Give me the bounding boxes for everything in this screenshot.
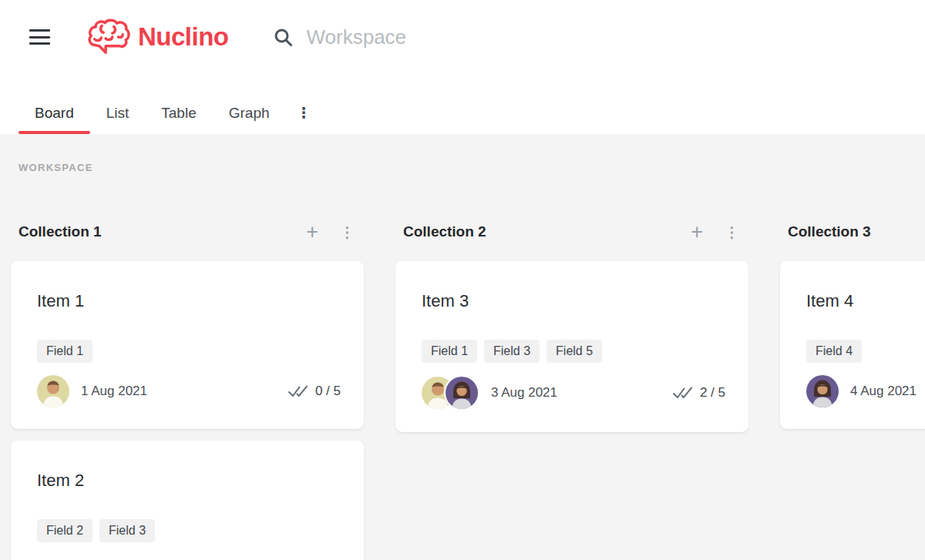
due-date: 1 Aug 2021 [81,384,147,399]
view-tabs: Board List Table Graph ⋮ [0,74,925,134]
card-item-3[interactable]: Item 3 Field 1 Field 3 Field 5 [395,261,748,432]
collection-menu-kebab-icon[interactable]: ⋮ [725,225,739,240]
add-item-button[interactable]: + [691,222,703,243]
double-check-icon [672,386,693,400]
hamburger-menu-icon[interactable] [29,29,50,45]
field-tag: Field 1 [37,340,92,363]
card-title: Item 2 [37,470,341,491]
tag-row: Field 1 [37,340,341,363]
checklist-count: 0 / 5 [315,384,341,399]
tag-row: Field 4 [806,340,925,363]
card-meta: 3 Aug 2021 2 / 5 [422,375,725,411]
card-item-4[interactable]: Item 4 Field 4 [780,261,925,429]
board-view: WORKSPACE Collection 1 + ⋮ Item 1 Field … [0,134,925,560]
avatar-group [806,375,839,407]
field-tag: Field 3 [99,519,155,542]
checklist-count: 2 / 5 [700,385,725,401]
tab-graph[interactable]: Graph [213,105,286,134]
avatar-man-icon [37,375,69,407]
card-meta: 1 Aug 2021 0 / 5 [37,375,341,407]
collection-menu-kebab-icon[interactable]: ⋮ [340,225,355,240]
collection-column-2: Collection 2 + ⋮ Item 3 Field 1 Field 3 … [395,223,748,560]
collection-header: Collection 3 + ⋮ [780,223,925,241]
checklist-progress: 2 / 5 [672,385,725,401]
card-item-1[interactable]: Item 1 Field 1 [11,261,364,429]
more-views-kebab-icon[interactable]: ⋮ [286,104,323,134]
avatar-woman-icon [806,375,839,407]
collection-header: Collection 2 + ⋮ [395,223,748,241]
nuclino-logo[interactable]: Nuclino [86,17,229,57]
double-check-icon [288,384,308,398]
top-bar: Nuclino [0,0,925,74]
logo-wordmark: Nuclino [138,22,229,52]
workspace-search-input[interactable] [307,25,584,49]
collection-column-3: Collection 3 + ⋮ Item 4 Field 4 [780,223,925,560]
workspace-search [274,25,584,49]
avatar-group [422,375,479,411]
field-tag: Field 3 [484,340,540,363]
tag-row: Field 1 Field 3 Field 5 [422,340,725,363]
avatar-group [37,375,69,407]
add-item-button[interactable]: + [306,222,318,243]
due-date: 4 Aug 2021 [850,384,917,399]
collection-header: Collection 1 + ⋮ [11,223,364,241]
field-tag: Field 4 [806,340,862,363]
app-window: Nuclino Board List Table Graph ⋮ WORKSPA… [0,0,925,560]
field-tag: Field 1 [422,340,477,363]
workspace-section-label: WORKSPACE [0,162,925,173]
brain-logo-icon [86,17,130,57]
tab-table[interactable]: Table [145,105,212,134]
card-title: Item 3 [422,290,725,312]
collection-column-1: Collection 1 + ⋮ Item 1 Field 1 [11,223,364,560]
field-tag: Field 2 [37,519,92,542]
card-item-2[interactable]: Item 2 Field 2 Field 3 [11,441,364,560]
collection-title: Collection 2 [403,223,691,240]
due-date: 3 Aug 2021 [491,385,557,401]
board-columns: Collection 1 + ⋮ Item 1 Field 1 [0,223,925,560]
tab-list[interactable]: List [90,105,146,134]
search-icon [274,28,293,47]
tag-row: Field 2 Field 3 [37,519,341,542]
card-meta: 4 Aug 2021 [806,375,925,407]
card-title: Item 1 [37,290,341,312]
tab-board[interactable]: Board [18,105,90,134]
avatar-woman-icon [444,375,479,411]
collection-title: Collection 3 [788,223,925,240]
checklist-progress: 0 / 5 [288,384,341,399]
collection-title: Collection 1 [18,223,306,240]
field-tag: Field 5 [547,340,602,363]
card-title: Item 4 [806,290,925,312]
